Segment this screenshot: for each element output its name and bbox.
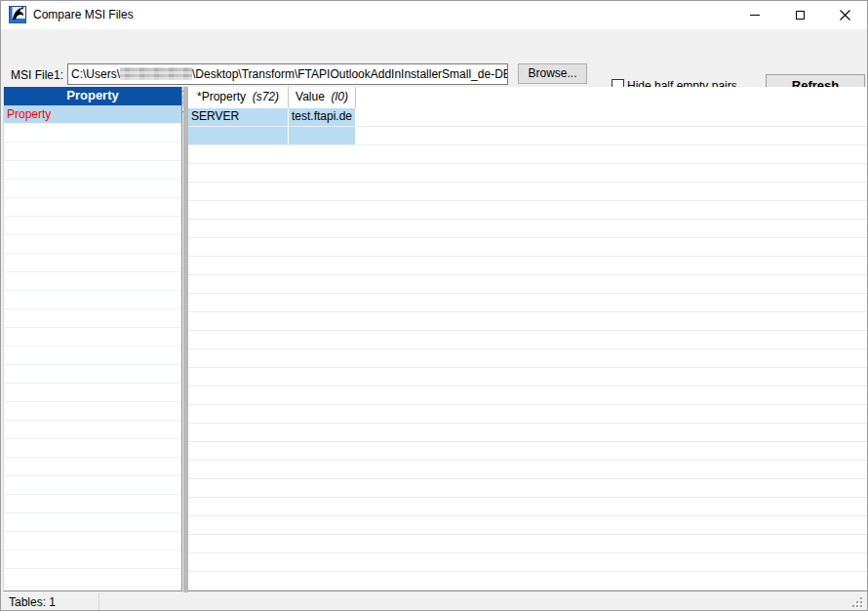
sidebar-empty-row	[4, 291, 181, 309]
cell-property[interactable]: SERVER	[188, 108, 288, 126]
column-name: Value	[296, 90, 325, 103]
table-empty-row	[188, 424, 867, 442]
sidebar-empty-row	[4, 439, 181, 458]
table-empty-row	[188, 368, 867, 387]
table-empty-row	[188, 553, 867, 572]
sidebar-empty-row	[4, 180, 181, 198]
table-empty-row	[188, 164, 867, 183]
sidebar-empty-row	[4, 588, 181, 591]
browse-file1-button[interactable]: Browse...	[518, 63, 587, 84]
table-empty-row	[188, 183, 867, 201]
sidebar-empty-row	[4, 569, 181, 588]
table-empty-row	[188, 145, 867, 164]
table-empty-row	[188, 220, 867, 238]
table-empty-row	[188, 331, 867, 349]
sidebar-empty-row	[4, 346, 181, 365]
table-empty-row	[188, 257, 867, 275]
sidebar-empty-row	[4, 458, 181, 476]
maximize-icon	[796, 11, 805, 20]
column-header-property[interactable]: *Property (s72)	[188, 87, 289, 108]
cell-value[interactable]	[289, 127, 355, 144]
sidebar-empty-row	[4, 365, 181, 384]
sidebar-empty-row	[4, 421, 181, 439]
table-empty-row	[188, 201, 867, 220]
table-empty-row	[188, 498, 867, 516]
sidebar-empty-row	[4, 532, 181, 550]
table-empty-row	[188, 591, 867, 591]
sidebar-empty-row	[4, 476, 181, 495]
tables-panel: Property Property	[3, 87, 182, 591]
column-type: (s72)	[253, 90, 279, 103]
comparison-grid-panel: *Property (s72) Value (l0) SERVER test.f…	[188, 87, 867, 591]
table-empty-row	[188, 479, 867, 498]
sidebar-empty-row	[4, 161, 181, 180]
window-title: Compare MSI Files	[33, 8, 134, 21]
cell-value[interactable]: test.ftapi.de	[289, 108, 355, 126]
sidebar-empty-row	[4, 235, 181, 254]
file1-path-prefix: C:\Users\	[71, 67, 120, 81]
tables-panel-header: Property	[4, 87, 181, 105]
table-row[interactable]	[188, 127, 867, 145]
maximize-button[interactable]	[777, 1, 822, 29]
table-empty-row	[188, 312, 867, 331]
sidebar-empty-row	[4, 495, 181, 513]
sidebar-empty-row	[4, 272, 181, 291]
sidebar-empty-row	[4, 309, 181, 328]
msi-file1-label: MSI File1:	[9, 68, 63, 82]
table-empty-row	[188, 275, 867, 294]
sidebar-empty-row	[4, 328, 181, 346]
sidebar-item-property[interactable]: Property	[4, 105, 181, 124]
tables-count: Tables: 1	[9, 595, 56, 609]
sidebar-empty-row	[4, 254, 181, 272]
close-button[interactable]	[822, 1, 867, 29]
table-empty-row	[188, 349, 867, 368]
sidebar-empty-row	[4, 402, 181, 421]
table-empty-row	[188, 572, 867, 591]
table-empty-row	[188, 405, 867, 424]
minimize-button[interactable]	[732, 1, 777, 29]
sidebar-empty-row	[4, 143, 181, 161]
orca-dolphin-icon	[9, 6, 26, 23]
sidebar-empty-row	[4, 550, 181, 569]
table-empty-row	[188, 461, 867, 479]
sidebar-empty-row	[4, 124, 181, 143]
table-row[interactable]: SERVER test.ftapi.de	[188, 108, 867, 127]
msi-file1-input[interactable]: C:\Users\\Desktop\Transform\FTAPIOutlook…	[67, 63, 508, 85]
table-empty-row	[188, 535, 867, 553]
status-separator	[99, 593, 99, 610]
status-bar: Tables: 1	[1, 592, 867, 611]
toolbar: MSI File1: C:\Users\\Desktop\Transform\F…	[1, 29, 867, 87]
column-header-value[interactable]: Value (l0)	[289, 87, 356, 108]
sidebar-empty-row	[4, 513, 181, 532]
table-empty-row	[188, 516, 867, 535]
app-window: Compare MSI Files MSI File1: C:\Users\\D…	[0, 0, 868, 611]
sidebar-empty-row	[4, 217, 181, 235]
table-empty-row	[188, 387, 867, 405]
column-type: (l0)	[332, 90, 348, 103]
table-empty-row	[188, 238, 867, 257]
title-bar: Compare MSI Files	[1, 1, 867, 29]
sidebar-empty-row	[4, 198, 181, 217]
table-empty-row	[188, 442, 867, 461]
file1-path-suffix: \Desktop\Transform\FTAPIOutlookAddInInst…	[192, 67, 508, 81]
grid-header-row: *Property (s72) Value (l0)	[188, 87, 867, 108]
sidebar-empty-row	[4, 384, 181, 402]
minimize-icon	[750, 15, 760, 16]
column-name: *Property	[197, 90, 246, 103]
resize-grip-icon[interactable]	[852, 597, 864, 609]
table-empty-row	[188, 294, 867, 312]
close-icon	[840, 10, 850, 20]
cell-property[interactable]	[188, 127, 288, 144]
redacted-username	[120, 67, 192, 80]
